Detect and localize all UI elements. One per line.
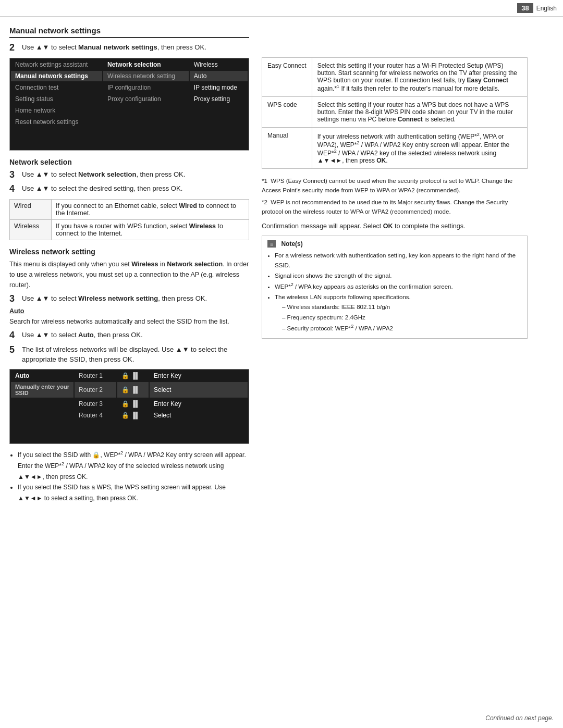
ssid-row-empty	[11, 422, 248, 442]
ssid-row-2: Router 3 🔒 ▐▌ Enter Key	[11, 399, 248, 409]
menu-empty-row	[11, 128, 248, 149]
ssid-action-0: Enter Key	[150, 371, 248, 381]
menu-cell-1-2: Auto	[190, 71, 248, 81]
menu-cell-1-0: Manual network settings	[11, 71, 102, 81]
menu-cell-5-2	[190, 117, 248, 127]
ssid-router-0: Router 1	[75, 371, 116, 381]
left-column: Manual network settings 2 Use ▲▼ to sele…	[9, 26, 249, 503]
menu-row-4: Home network	[11, 105, 248, 116]
easy-connect-table: Easy Connect Select this setting if your…	[262, 57, 528, 169]
step-3-number: 3	[9, 169, 19, 181]
ssid-bullets: If you select the SSID with 🔒, WEP*2 / W…	[18, 449, 249, 503]
ssid-row-0: Auto Router 1 🔒 ▐▌ Enter Key	[11, 371, 248, 381]
menu-table: Network settings assistant Network selec…	[9, 58, 249, 151]
step-2: 2 Use ▲▼ to select Manual network settin…	[9, 42, 249, 54]
note-4: The wireless LAN supports following spec…	[275, 292, 522, 303]
step-4-text: Use ▲▼ to select the desired setting, th…	[22, 183, 182, 194]
step-2-text: Use ▲▼ to select Manual network settings…	[22, 42, 206, 53]
ssid-col-label-3	[11, 410, 74, 421]
notes-label: Note(s)	[281, 240, 302, 248]
ssid-bullet-1: If you select the SSID with 🔒, WEP*2 / W…	[18, 449, 249, 482]
menu-cell-5-0: Reset network settings	[11, 117, 102, 127]
step-3b-number: 3	[9, 293, 19, 305]
right-column: Easy Connect Select this setting if your…	[262, 26, 528, 503]
step-4-number: 4	[9, 183, 19, 195]
menu-row-1: Manual network settings Wireless network…	[11, 71, 248, 81]
section3-title: Wireless network setting	[9, 248, 249, 256]
footnote-2: *2 WEP is not recommended to be used due…	[262, 198, 528, 217]
menu-cell-3-2: Proxy setting	[190, 94, 248, 104]
menu-row-2: Connection test IP configuration IP sett…	[11, 82, 248, 93]
network-selection-table: Wired If you connect to an Ethernet cabl…	[9, 199, 249, 240]
menu-cell-2-1: IP configuration	[103, 82, 189, 93]
language-label: English	[536, 5, 557, 12]
notes-box: ≡ Note(s) For a wireless network with au…	[262, 236, 528, 339]
confirm-text: Confirmation message will appear. Select…	[262, 221, 528, 231]
page-number: 38	[517, 3, 533, 13]
page-footer: Continued on next page.	[485, 714, 554, 722]
step-3-text: Use ▲▼ to select Network selection, then…	[22, 169, 185, 180]
ssid-icon-1: 🔒 ▐▌	[117, 382, 149, 398]
note-3: WEP*2 / WPA key appears as asterisks on …	[275, 281, 522, 292]
ec-desc-easy-connect: Select this setting if your router has a…	[312, 58, 527, 97]
spec-3: – Security protocol: WEP*2 / WPA / WPA2	[282, 323, 522, 334]
ssid-col-label-2	[11, 399, 74, 409]
menu-cell-0-1: Network selection	[103, 59, 189, 70]
note-2: Signal icon shows the strength of the si…	[275, 271, 522, 281]
ec-row-wps-code: WPS code Select this setting if your rou…	[262, 97, 528, 128]
menu-cell-4-0: Home network	[11, 105, 102, 116]
section2-title: Network selection	[9, 158, 249, 166]
step-4b: 4 Use ▲▼ to select Auto, then press OK.	[9, 330, 249, 341]
net-label-wired: Wired	[10, 199, 52, 219]
ec-row-easy-connect: Easy Connect Select this setting if your…	[262, 58, 528, 97]
menu-cell-3-0: Setting status	[11, 94, 102, 104]
ssid-col-label-1: Manually enter your SSID	[11, 382, 74, 398]
connect-easy-spacer	[262, 26, 528, 57]
ec-label-wps-code: WPS code	[262, 97, 312, 128]
net-label-wireless: Wireless	[10, 219, 52, 240]
menu-cell-5-1	[103, 117, 189, 127]
ssid-table: Auto Router 1 🔒 ▐▌ Enter Key Manually en…	[9, 369, 249, 444]
auto-desc: Search for wireless networks automatical…	[9, 316, 249, 327]
ssid-icon-3: 🔒 ▐▌	[117, 410, 149, 421]
ssid-router-1: Router 2	[75, 382, 116, 398]
menu-row-5: Reset network settings	[11, 117, 248, 127]
menu-cell-0-2: Wireless	[190, 59, 248, 70]
step-5: 5 The list of wireless networks will be …	[9, 344, 249, 365]
ssid-router-2: Router 3	[75, 399, 116, 409]
page-header: 38 English	[0, 0, 563, 17]
footnote-block: *1 WPS (Easy Connect) cannot be used whe…	[262, 176, 528, 217]
step-3b: 3 Use ▲▼ to select Wireless network sett…	[9, 293, 249, 305]
menu-cell-0-0: Network settings assistant	[11, 59, 102, 70]
step-3b-text: Use ▲▼ to select Wireless network settin…	[22, 293, 207, 304]
step-4: 4 Use ▲▼ to select the desired setting, …	[9, 183, 249, 195]
ssid-row-3: Router 4 🔒 ▐▌ Select	[11, 410, 248, 421]
ssid-icon-2: 🔒 ▐▌	[117, 399, 149, 409]
menu-cell-1-1: Wireless network setting	[103, 71, 189, 81]
footer-text: Continued on next page.	[485, 714, 554, 722]
ssid-bullet-2: If you select the SSID has a WPS, the WP…	[18, 482, 249, 503]
menu-cell-2-0: Connection test	[11, 82, 102, 93]
menu-cell-4-2	[190, 105, 248, 116]
step-5-number: 5	[9, 344, 19, 356]
step-3: 3 Use ▲▼ to select Network selection, th…	[9, 169, 249, 181]
main-content: Manual network settings 2 Use ▲▼ to sele…	[0, 17, 563, 513]
ssid-row-1: Manually enter your SSID Router 2 🔒 ▐▌ S…	[11, 382, 248, 398]
menu-cell-3-1: Proxy configuration	[103, 94, 189, 104]
notes-specs: – Wireless standards: IEEE 802.11 b/g/n …	[282, 302, 522, 334]
step-2-number: 2	[9, 42, 19, 54]
menu-cell-2-2: IP setting mode	[190, 82, 248, 93]
menu-row-0: Network settings assistant Network selec…	[11, 59, 248, 70]
notes-list: For a wireless network with authenticati…	[275, 251, 522, 303]
step-5-text: The list of wireless networks will be di…	[22, 344, 249, 365]
ec-desc-manual: If your wireless network with authentica…	[312, 128, 527, 169]
menu-row-6	[11, 128, 248, 149]
step-4b-text: Use ▲▼ to select Auto, then press OK.	[22, 330, 143, 340]
spec-2: – Frequency spectrum: 2.4GHz	[282, 313, 522, 323]
net-desc-wireless: If you have a router with WPS function, …	[52, 219, 249, 240]
note-1: For a wireless network with authenticati…	[275, 251, 522, 271]
ec-desc-wps-code: Select this setting if your router has a…	[312, 97, 527, 128]
ssid-action-1: Select	[150, 382, 248, 398]
wireless-para: This menu is displayed only when you set…	[9, 259, 249, 290]
notes-header: ≡ Note(s)	[267, 240, 522, 248]
